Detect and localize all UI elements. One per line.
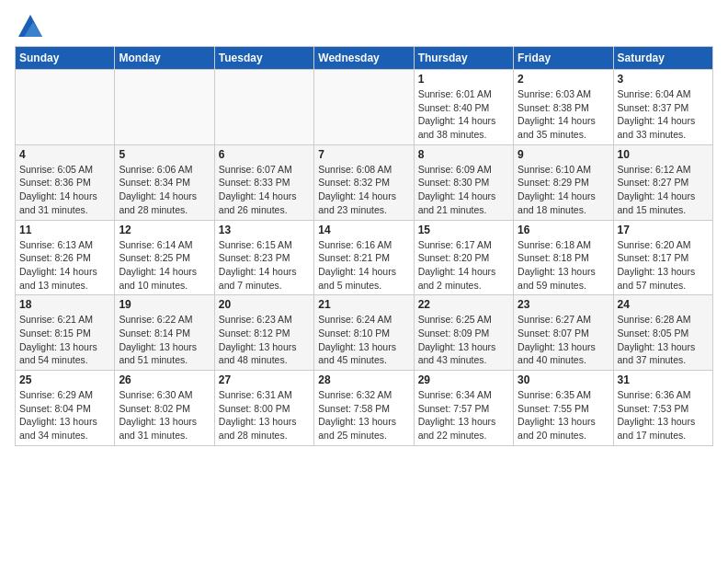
logo-icon <box>17 11 44 39</box>
day-number: 21 <box>318 298 409 311</box>
calendar-cell: 14Sunrise: 6:16 AM Sunset: 8:21 PM Dayli… <box>314 220 414 295</box>
day-info: Sunrise: 6:31 AM Sunset: 8:00 PM Dayligh… <box>219 388 310 442</box>
day-info: Sunrise: 6:36 AM Sunset: 7:53 PM Dayligh… <box>618 388 709 442</box>
day-number: 8 <box>418 148 509 161</box>
day-info: Sunrise: 6:25 AM Sunset: 8:09 PM Dayligh… <box>418 313 509 367</box>
day-info: Sunrise: 6:06 AM Sunset: 8:34 PM Dayligh… <box>119 163 210 217</box>
calendar-cell: 8Sunrise: 6:09 AM Sunset: 8:30 PM Daylig… <box>414 144 513 220</box>
day-number: 15 <box>418 224 509 236</box>
calendar-cell <box>214 70 313 145</box>
day-info: Sunrise: 6:01 AM Sunset: 8:40 PM Dayligh… <box>418 87 509 142</box>
calendar-cell: 10Sunrise: 6:12 AM Sunset: 8:27 PM Dayli… <box>613 144 712 220</box>
day-number: 6 <box>219 148 310 161</box>
day-header-monday: Monday <box>115 47 214 70</box>
week-row-4: 25Sunrise: 6:29 AM Sunset: 8:04 PM Dayli… <box>16 371 713 446</box>
week-row-0: 1Sunrise: 6:01 AM Sunset: 8:40 PM Daylig… <box>16 70 713 145</box>
day-number: 18 <box>19 298 110 311</box>
day-info: Sunrise: 6:14 AM Sunset: 8:25 PM Dayligh… <box>119 238 210 293</box>
day-info: Sunrise: 6:35 AM Sunset: 7:55 PM Dayligh… <box>518 388 609 442</box>
day-number: 16 <box>518 224 609 236</box>
calendar-cell <box>16 70 115 145</box>
calendar-cell: 5Sunrise: 6:06 AM Sunset: 8:34 PM Daylig… <box>115 144 214 220</box>
calendar-cell: 24Sunrise: 6:28 AM Sunset: 8:05 PM Dayli… <box>613 295 712 371</box>
day-info: Sunrise: 6:28 AM Sunset: 8:05 PM Dayligh… <box>618 313 709 367</box>
week-row-1: 4Sunrise: 6:05 AM Sunset: 8:36 PM Daylig… <box>16 144 713 220</box>
header-row: SundayMondayTuesdayWednesdayThursdayFrid… <box>16 47 713 70</box>
calendar-cell: 31Sunrise: 6:36 AM Sunset: 7:53 PM Dayli… <box>613 371 712 446</box>
calendar-cell: 25Sunrise: 6:29 AM Sunset: 8:04 PM Dayli… <box>16 371 115 446</box>
week-row-2: 11Sunrise: 6:13 AM Sunset: 8:26 PM Dayli… <box>16 220 713 295</box>
calendar-cell <box>314 70 414 145</box>
day-number: 26 <box>119 373 210 386</box>
page: SundayMondayTuesdayWednesdayThursdayFrid… <box>0 0 728 457</box>
day-number: 1 <box>418 73 509 86</box>
day-header-sunday: Sunday <box>16 47 115 70</box>
day-number: 9 <box>518 148 609 161</box>
day-number: 19 <box>119 298 210 311</box>
day-number: 31 <box>618 373 709 386</box>
day-info: Sunrise: 6:05 AM Sunset: 8:36 PM Dayligh… <box>19 163 110 217</box>
day-info: Sunrise: 6:03 AM Sunset: 8:38 PM Dayligh… <box>518 87 609 142</box>
day-info: Sunrise: 6:15 AM Sunset: 8:23 PM Dayligh… <box>219 238 310 293</box>
day-number: 29 <box>418 373 509 386</box>
calendar-cell: 16Sunrise: 6:18 AM Sunset: 8:18 PM Dayli… <box>514 220 613 295</box>
calendar-header: SundayMondayTuesdayWednesdayThursdayFrid… <box>16 47 713 70</box>
day-info: Sunrise: 6:08 AM Sunset: 8:32 PM Dayligh… <box>318 163 409 217</box>
day-number: 7 <box>318 148 409 161</box>
day-number: 17 <box>618 224 709 236</box>
day-header-tuesday: Tuesday <box>214 47 313 70</box>
logo <box>15 11 44 39</box>
day-info: Sunrise: 6:17 AM Sunset: 8:20 PM Dayligh… <box>418 238 509 293</box>
calendar-cell: 12Sunrise: 6:14 AM Sunset: 8:25 PM Dayli… <box>115 220 214 295</box>
day-number: 5 <box>119 148 210 161</box>
day-number: 13 <box>219 224 310 236</box>
calendar-cell: 27Sunrise: 6:31 AM Sunset: 8:00 PM Dayli… <box>214 371 313 446</box>
day-info: Sunrise: 6:30 AM Sunset: 8:02 PM Dayligh… <box>119 388 210 442</box>
calendar-cell: 4Sunrise: 6:05 AM Sunset: 8:36 PM Daylig… <box>16 144 115 220</box>
day-info: Sunrise: 6:13 AM Sunset: 8:26 PM Dayligh… <box>19 238 110 293</box>
day-number: 20 <box>219 298 310 311</box>
calendar-cell: 28Sunrise: 6:32 AM Sunset: 7:58 PM Dayli… <box>314 371 414 446</box>
day-number: 28 <box>318 373 409 386</box>
calendar-cell: 6Sunrise: 6:07 AM Sunset: 8:33 PM Daylig… <box>214 144 313 220</box>
day-number: 27 <box>219 373 310 386</box>
calendar-cell: 20Sunrise: 6:23 AM Sunset: 8:12 PM Dayli… <box>214 295 313 371</box>
day-info: Sunrise: 6:10 AM Sunset: 8:29 PM Dayligh… <box>518 163 609 217</box>
day-number: 4 <box>19 148 110 161</box>
calendar-cell: 7Sunrise: 6:08 AM Sunset: 8:32 PM Daylig… <box>314 144 414 220</box>
calendar-cell: 17Sunrise: 6:20 AM Sunset: 8:17 PM Dayli… <box>613 220 712 295</box>
calendar-body: 1Sunrise: 6:01 AM Sunset: 8:40 PM Daylig… <box>16 70 713 446</box>
day-info: Sunrise: 6:16 AM Sunset: 8:21 PM Dayligh… <box>318 238 409 293</box>
day-info: Sunrise: 6:27 AM Sunset: 8:07 PM Dayligh… <box>518 313 609 367</box>
calendar-cell: 11Sunrise: 6:13 AM Sunset: 8:26 PM Dayli… <box>16 220 115 295</box>
day-number: 22 <box>418 298 509 311</box>
calendar-cell: 22Sunrise: 6:25 AM Sunset: 8:09 PM Dayli… <box>414 295 513 371</box>
day-number: 24 <box>618 298 709 311</box>
day-info: Sunrise: 6:04 AM Sunset: 8:37 PM Dayligh… <box>618 87 709 142</box>
day-info: Sunrise: 6:32 AM Sunset: 7:58 PM Dayligh… <box>318 388 409 442</box>
week-row-3: 18Sunrise: 6:21 AM Sunset: 8:15 PM Dayli… <box>16 295 713 371</box>
calendar-cell: 23Sunrise: 6:27 AM Sunset: 8:07 PM Dayli… <box>514 295 613 371</box>
calendar-cell: 3Sunrise: 6:04 AM Sunset: 8:37 PM Daylig… <box>613 70 712 145</box>
day-number: 25 <box>19 373 110 386</box>
day-number: 10 <box>618 148 709 161</box>
calendar-cell: 21Sunrise: 6:24 AM Sunset: 8:10 PM Dayli… <box>314 295 414 371</box>
day-info: Sunrise: 6:09 AM Sunset: 8:30 PM Dayligh… <box>418 163 509 217</box>
day-number: 2 <box>518 73 609 86</box>
day-info: Sunrise: 6:23 AM Sunset: 8:12 PM Dayligh… <box>219 313 310 367</box>
calendar-cell: 30Sunrise: 6:35 AM Sunset: 7:55 PM Dayli… <box>514 371 613 446</box>
header <box>15 11 713 39</box>
day-info: Sunrise: 6:24 AM Sunset: 8:10 PM Dayligh… <box>318 313 409 367</box>
day-info: Sunrise: 6:34 AM Sunset: 7:57 PM Dayligh… <box>418 388 509 442</box>
calendar-cell: 13Sunrise: 6:15 AM Sunset: 8:23 PM Dayli… <box>214 220 313 295</box>
calendar-cell: 2Sunrise: 6:03 AM Sunset: 8:38 PM Daylig… <box>514 70 613 145</box>
day-info: Sunrise: 6:22 AM Sunset: 8:14 PM Dayligh… <box>119 313 210 367</box>
logo-text-block <box>15 11 44 39</box>
calendar-cell: 29Sunrise: 6:34 AM Sunset: 7:57 PM Dayli… <box>414 371 513 446</box>
day-number: 30 <box>518 373 609 386</box>
day-header-saturday: Saturday <box>613 47 712 70</box>
day-number: 12 <box>119 224 210 236</box>
day-info: Sunrise: 6:07 AM Sunset: 8:33 PM Dayligh… <box>219 163 310 217</box>
day-number: 3 <box>618 73 709 86</box>
calendar-cell: 15Sunrise: 6:17 AM Sunset: 8:20 PM Dayli… <box>414 220 513 295</box>
